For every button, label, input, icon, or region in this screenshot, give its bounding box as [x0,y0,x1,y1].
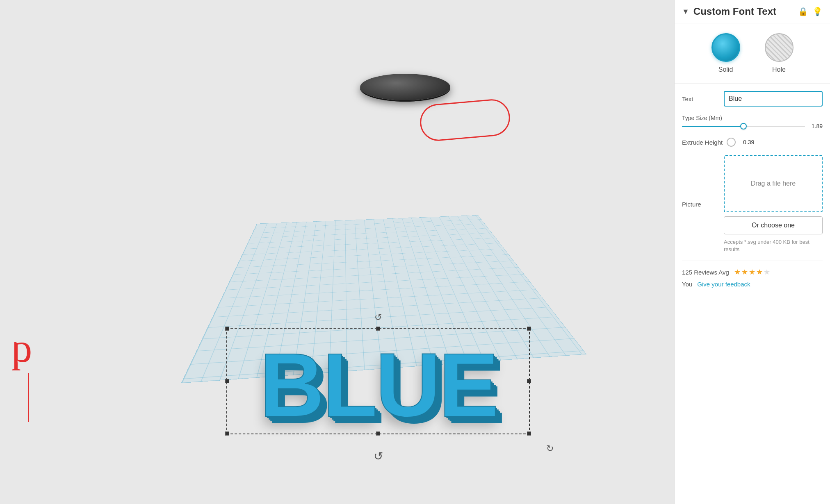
handle-bottom-left[interactable] [225,431,229,436]
extrude-row: Extrude Height 0.39 [682,138,823,147]
type-size-slider-controls: 1.89 [682,123,823,129]
viewport: BLUE ↺ ↻ ↺ [82,25,674,471]
type-size-label: Type Size (Mm) [682,115,823,121]
panel-header: ▼ Custom Font Text 🔒 💡 [675,0,830,23]
you-label: You [682,281,692,288]
extrude-value: 0.39 [740,139,754,145]
star-3: ★ [749,268,755,277]
bulb-icon[interactable]: 💡 [812,7,823,16]
picture-label: Picture [682,201,719,208]
right-panel: ▼ Custom Font Text 🔒 💡 Solid Hole Text T… [674,0,830,504]
extrude-circle[interactable] [727,138,736,147]
text-label: Text [682,95,719,102]
extrude-label: Extrude Height [682,139,723,146]
picture-label-row: Picture Drag a file here Or choose one A… [682,155,823,253]
star-2: ★ [741,268,748,277]
type-size-row: Type Size (Mm) 1.89 [682,115,823,129]
drop-zone[interactable]: Drag a file here [724,155,823,212]
type-size-thumb[interactable] [740,123,747,129]
panel-form: Text Type Size (Mm) 1.89 Extrude Height … [675,84,830,261]
star-rating: ★ ★ ★ ★ ★ [734,268,770,277]
file-hint: Accepts *.svg under 400 KB for best resu… [724,238,823,253]
red-annotation-char: q [11,328,32,369]
lock-icon[interactable]: 🔒 [798,7,808,16]
type-size-track[interactable] [682,126,805,127]
hole-option[interactable]: Hole [765,33,794,73]
type-size-fill [682,126,743,127]
chevron-icon[interactable]: ▼ [682,7,689,16]
panel-title: Custom Font Text [693,6,794,17]
3d-oval-object [360,74,450,100]
type-size-value: 1.89 [808,123,823,129]
star-1: ★ [734,268,741,277]
picture-section: Picture Drag a file here Or choose one A… [682,155,823,253]
rotate-handle-bottom[interactable]: ↻ [546,443,554,454]
rotate-icon-bottom[interactable]: ↺ [374,450,383,463]
drop-zone-text: Drag a file here [751,180,796,187]
handle-bottom-right[interactable] [527,431,531,436]
hole-circle[interactable] [765,33,794,62]
star-4-half: ★ [756,268,763,277]
canvas-area[interactable]: BLUE ↺ ↻ ↺ q [0,0,674,504]
star-5-empty: ★ [764,268,770,277]
give-feedback-link[interactable]: Give your feedback [697,281,750,288]
reviews-count: 125 Reviews Avg [682,269,729,276]
choose-btn[interactable]: Or choose one [724,216,823,234]
red-annotation-line [28,373,29,422]
type-selector: Solid Hole [675,23,830,84]
text-input[interactable] [724,91,823,107]
handle-right-middle[interactable] [527,379,531,383]
solid-circle[interactable] [711,33,740,62]
3d-text-blue[interactable]: BLUE [260,340,497,430]
solid-option[interactable]: Solid [711,33,740,73]
solid-label: Solid [718,66,733,73]
feedback-row: You Give your feedback [682,281,823,288]
reviews-header: 125 Reviews Avg ★ ★ ★ ★ ★ [682,268,823,277]
reviews-section: 125 Reviews Avg ★ ★ ★ ★ ★ You Give your … [675,261,830,294]
hole-label: Hole [772,66,786,73]
text-row: Text [682,91,823,107]
